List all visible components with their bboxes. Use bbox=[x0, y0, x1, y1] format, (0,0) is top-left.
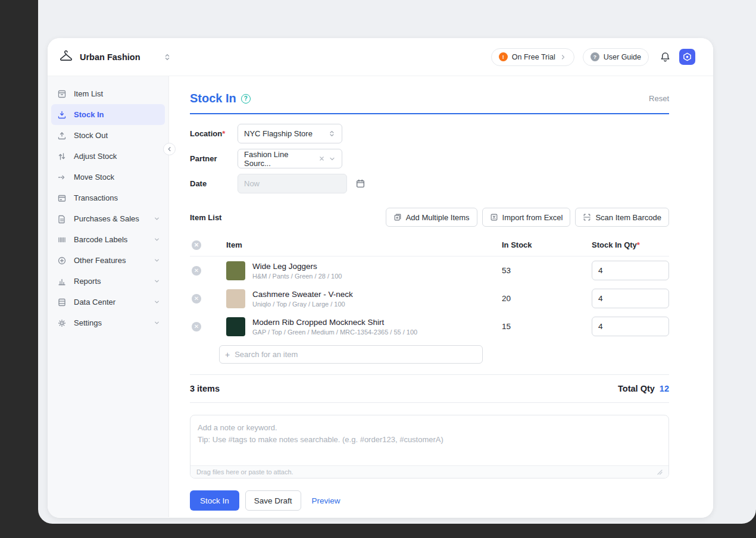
sidebar-item-data-center[interactable]: Data Center bbox=[51, 292, 165, 312]
date-input[interactable] bbox=[238, 174, 347, 193]
item-list-label: Item List bbox=[190, 213, 221, 222]
stock-in-form: Location* NYC Flagship Store Partner Fas… bbox=[190, 124, 669, 193]
calendar-icon[interactable] bbox=[355, 179, 365, 189]
partner-label: Partner bbox=[190, 154, 238, 163]
stock-in-qty-input[interactable] bbox=[592, 261, 669, 280]
sidebar-item-label: Adjust Stock bbox=[74, 152, 117, 161]
sidebar-item-label: Stock In bbox=[74, 110, 104, 119]
sidebar-item-settings[interactable]: Settings bbox=[51, 312, 165, 333]
sidebar-item-reports[interactable]: Reports bbox=[51, 271, 165, 292]
sidebar-item-adjust-stock[interactable]: Adjust Stock bbox=[51, 146, 165, 167]
help-icon[interactable]: ? bbox=[241, 94, 251, 104]
attach-hint: Drag files here or paste to attach. bbox=[196, 468, 293, 476]
trial-badge-icon: ! bbox=[499, 52, 508, 61]
sidebar-item-move-stock[interactable]: Move Stock bbox=[51, 167, 165, 187]
total-qty-label: Total Qty bbox=[618, 384, 655, 393]
item-table-header: ✕ Item In Stock Stock In Qty* bbox=[190, 234, 669, 257]
company-switcher-icon[interactable] bbox=[163, 53, 171, 61]
sidebar-item-label: Stock Out bbox=[74, 131, 108, 140]
move-stock-icon bbox=[57, 173, 67, 182]
add-multiple-items-button[interactable]: Add Multiple Items bbox=[386, 208, 477, 227]
scan-barcode-icon bbox=[583, 213, 591, 221]
database-icon bbox=[57, 298, 67, 307]
item-thumbnail bbox=[226, 317, 245, 336]
item-search-box[interactable]: + bbox=[219, 345, 483, 364]
hanger-logo-icon bbox=[57, 48, 75, 66]
sidebar-item-barcode-labels[interactable]: Barcode Labels bbox=[51, 229, 165, 250]
sidebar-item-label: Move Stock bbox=[74, 173, 114, 182]
item-thumbnail bbox=[226, 261, 245, 280]
remove-row-icon[interactable]: ✕ bbox=[192, 266, 201, 276]
table-row: ✕ Modern Rib Cropped Mockneck Shirt GAP … bbox=[190, 312, 669, 340]
remove-row-icon[interactable]: ✕ bbox=[192, 294, 201, 304]
app-window: Urban Fashion ! On Free Trial ? User Gui… bbox=[48, 38, 713, 518]
attach-hint-bar: Drag files here or paste to attach. bbox=[190, 465, 668, 478]
user-guide-pill[interactable]: ? User Guide bbox=[583, 48, 649, 66]
add-items-icon bbox=[393, 213, 402, 221]
preview-button[interactable]: Preview bbox=[312, 496, 340, 505]
sidebar-item-stock-out[interactable]: Stock Out bbox=[51, 125, 165, 146]
workspace-avatar[interactable] bbox=[679, 49, 695, 65]
sidebar-item-stock-in[interactable]: Stock In bbox=[51, 104, 165, 125]
sidebar-collapse-button[interactable] bbox=[163, 143, 176, 155]
sidebar-item-transactions[interactable]: Transactions bbox=[51, 187, 165, 208]
resize-handle-icon[interactable] bbox=[657, 469, 663, 475]
location-label: Location* bbox=[190, 129, 238, 138]
document-icon bbox=[57, 214, 67, 224]
sidebar-item-item-list[interactable]: Item List bbox=[51, 83, 165, 104]
note-input[interactable]: Add a note or keyword. Tip: Use #tags to… bbox=[190, 415, 669, 478]
item-name: Wide Leg Joggers bbox=[252, 262, 342, 271]
app-header: Urban Fashion ! On Free Trial ? User Gui… bbox=[48, 38, 713, 76]
trial-label: On Free Trial bbox=[512, 53, 555, 61]
sidebar: Item List Stock In Stock Out bbox=[48, 76, 169, 517]
sidebar-item-label: Settings bbox=[74, 318, 102, 327]
remove-partner-icon[interactable] bbox=[318, 155, 325, 162]
item-search-input[interactable] bbox=[235, 350, 477, 359]
chevron-down-icon bbox=[154, 278, 160, 284]
item-thumbnail bbox=[226, 289, 245, 308]
stock-in-qty-input[interactable] bbox=[592, 289, 669, 308]
reset-button[interactable]: Reset bbox=[649, 94, 669, 103]
partner-value: Fashion Line Sourc... bbox=[244, 150, 315, 168]
in-stock-value: 53 bbox=[502, 266, 592, 275]
scan-item-barcode-button[interactable]: Scan Item Barcode bbox=[575, 208, 669, 227]
total-qty-value: 12 bbox=[660, 384, 669, 393]
free-trial-pill[interactable]: ! On Free Trial bbox=[491, 48, 574, 66]
stock-in-qty-input[interactable] bbox=[592, 317, 669, 336]
company-name: Urban Fashion bbox=[80, 52, 140, 62]
partner-select[interactable]: Fashion Line Sourc... bbox=[238, 149, 342, 168]
transactions-icon bbox=[57, 193, 67, 203]
page-title: Stock In bbox=[190, 92, 236, 105]
item-name: Modern Rib Cropped Mockneck Shirt bbox=[252, 318, 417, 327]
items-count: 3 items bbox=[190, 384, 220, 393]
sidebar-item-label: Item List bbox=[74, 89, 103, 98]
app-shell: Urban Fashion ! On Free Trial ? User Gui… bbox=[38, 0, 756, 524]
import-from-excel-button[interactable]: Import from Excel bbox=[482, 208, 571, 227]
chevron-down-icon bbox=[154, 215, 160, 222]
summary-row: 3 items Total Qty 12 bbox=[190, 374, 669, 403]
required-marker: * bbox=[222, 129, 225, 138]
stock-in-icon bbox=[57, 110, 67, 120]
sidebar-item-label: Other Features bbox=[74, 256, 126, 265]
column-in-stock: In Stock bbox=[502, 240, 592, 249]
sidebar-item-purchases-sales[interactable]: Purchases & Sales bbox=[51, 208, 165, 229]
item-details: Uniqlo / Top / Gray / Large / 100 bbox=[252, 301, 353, 308]
item-list-section-header: Item List Add Multiple Items bbox=[190, 208, 669, 227]
stock-in-submit-button[interactable]: Stock In bbox=[190, 490, 239, 511]
main-content: Stock In ? Reset Location* NYC Flagship … bbox=[169, 76, 713, 517]
location-value: NYC Flagship Store bbox=[244, 129, 313, 138]
remove-all-icon[interactable]: ✕ bbox=[192, 240, 201, 250]
remove-row-icon[interactable]: ✕ bbox=[192, 322, 201, 331]
question-circle-icon: ? bbox=[591, 52, 599, 61]
location-select[interactable]: NYC Flagship Store bbox=[238, 124, 342, 143]
sidebar-item-label: Data Center bbox=[74, 298, 115, 306]
note-placeholder-line2: Tip: Use #tags to make notes searchable.… bbox=[198, 434, 661, 446]
sidebar-item-label: Reports bbox=[74, 277, 101, 286]
sidebar-item-other-features[interactable]: Other Features bbox=[51, 250, 165, 271]
save-draft-button[interactable]: Save Draft bbox=[245, 490, 301, 511]
stock-out-icon bbox=[57, 131, 67, 140]
item-name: Cashmere Sweater - V-neck bbox=[252, 290, 353, 299]
in-stock-value: 20 bbox=[502, 294, 592, 303]
notification-bell-icon[interactable] bbox=[660, 51, 671, 62]
user-guide-label: User Guide bbox=[604, 53, 641, 61]
